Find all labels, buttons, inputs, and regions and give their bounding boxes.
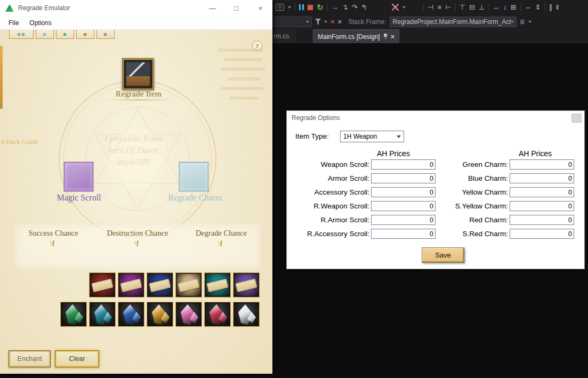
title-bar[interactable]: Regrade Emulator — □ × — [0, 0, 272, 16]
watch-icon[interactable]: ≣ — [520, 19, 525, 25]
enchant-button[interactable]: Enchant — [9, 350, 51, 367]
step-over-icon[interactable]: ↷ — [351, 4, 357, 11]
clear-button[interactable]: Clear — [55, 350, 99, 367]
restart-debug-icon[interactable]: ↻ — [317, 3, 324, 11]
regrade-item-slot[interactable] — [123, 59, 154, 90]
scroll-icon-blue[interactable] — [147, 273, 173, 297]
tab-partial-form[interactable]: rm.cs — [272, 29, 296, 43]
dropdown-caret-icon — [306, 21, 309, 23]
pin-icon[interactable] — [383, 34, 388, 39]
make-same-width-icon[interactable]: ↔ — [493, 4, 500, 11]
r-weapon-scroll-input[interactable] — [371, 201, 436, 211]
red-charm-input[interactable] — [510, 215, 574, 225]
scroll-icon-violet[interactable] — [233, 273, 259, 297]
make-same-height-icon[interactable]: ↕ — [503, 4, 507, 11]
close-icon[interactable]: × — [391, 33, 395, 40]
magic-scroll-slot[interactable] — [64, 162, 93, 191]
stop-debug-icon[interactable] — [308, 5, 313, 10]
game-tab-2[interactable]: ◆ — [36, 30, 54, 39]
intellitrace-icon[interactable] — [276, 4, 284, 11]
window-title: Regrade Options — [292, 114, 340, 122]
r-armor-scroll-input[interactable] — [371, 215, 436, 225]
send-to-back-icon[interactable]: ‖ — [556, 4, 559, 11]
charm-prices-column: Green Charm: Blue Charm: Yellow Charm: S… — [447, 159, 574, 239]
clear-filter-icon[interactable]: × — [331, 18, 335, 25]
item-type-combobox[interactable]: 1H Weapon — [340, 131, 404, 142]
menu-file[interactable]: File — [3, 19, 24, 27]
dropdown-caret-icon — [511, 21, 514, 23]
dropdown-caret-icon[interactable] — [402, 6, 406, 9]
scroll-icon-red[interactable] — [90, 273, 115, 297]
close-button[interactable]: × — [248, 0, 272, 16]
yellow-charm-label: Yellow Charm: — [447, 188, 508, 196]
ah-prices-header-left: AH Prices — [351, 149, 436, 158]
tab-mainform-design[interactable]: MainForm.cs [Design] × — [313, 29, 399, 43]
vertical-spacing-icon[interactable]: ⇕ — [535, 4, 541, 11]
s-yellow-charm-input[interactable] — [510, 201, 574, 211]
weapon-scroll-input[interactable] — [371, 159, 436, 170]
horizontal-spacing-icon[interactable]: ⇔ — [525, 4, 531, 11]
align-tops-icon[interactable]: ⊤ — [460, 4, 465, 11]
window-control-box[interactable] — [571, 114, 582, 123]
armor-scroll-input[interactable] — [371, 173, 436, 183]
accessory-scroll-input[interactable] — [371, 187, 436, 197]
chance-panel: Success Chance Destruction Chance Degrad… — [14, 223, 261, 269]
regrade-charm-slot[interactable] — [179, 162, 208, 191]
align-lefts-icon[interactable]: ⊣ — [428, 4, 433, 11]
minimize-button[interactable]: — — [200, 0, 224, 16]
faint-text-line — [224, 58, 262, 61]
show-next-statement-icon[interactable]: → — [332, 4, 339, 11]
crystal-icon-gold[interactable] — [147, 302, 173, 326]
price-row: Armor Scroll: — [292, 173, 436, 184]
maximize-button[interactable]: □ — [224, 0, 248, 16]
gem-icon: ◆ — [43, 32, 47, 37]
blue-charm-input[interactable] — [510, 173, 574, 183]
green-charm-input[interactable] — [510, 159, 574, 170]
scroll-icon-teal[interactable] — [205, 273, 230, 297]
blue-charm-label: Blue Charm: — [447, 174, 508, 182]
step-into-icon[interactable]: ↴ — [342, 4, 348, 11]
weapon-scroll-label: Weapon Scroll: — [292, 160, 369, 168]
toolbar-separator — [423, 3, 424, 11]
align-centers-icon[interactable]: ≡ — [438, 4, 442, 11]
background-strip — [0, 46, 3, 109]
align-rights-icon[interactable]: ⊢ — [445, 4, 451, 11]
menu-options[interactable]: Options — [24, 19, 57, 27]
step-out-icon[interactable]: ↰ — [361, 4, 367, 11]
crystal-icon-green[interactable] — [61, 302, 86, 326]
scroll-icon-tan[interactable] — [176, 273, 202, 297]
clear-icon[interactable]: × — [338, 18, 342, 25]
bring-to-front-icon[interactable]: ∥ — [549, 4, 552, 11]
stack-frame-value: RegradeProject.MainForm.MainForm_Act — [393, 18, 511, 26]
dropdown-caret-icon[interactable] — [528, 21, 531, 23]
crystal-icon-white[interactable] — [233, 302, 259, 326]
crystal-icon-red[interactable] — [205, 302, 230, 326]
filter-icon[interactable] — [315, 19, 321, 25]
crystal-icon-blue[interactable] — [118, 302, 144, 326]
regrade-emulator-window: Regrade Emulator — □ × File Options ◆◆ ◆… — [0, 0, 272, 374]
align-bottoms-icon[interactable]: ⊥ — [479, 4, 485, 11]
dropdown-caret-icon[interactable] — [288, 6, 291, 9]
crystal-icon-pink[interactable] — [176, 302, 202, 326]
destruction-chance-header: Destruction Chance — [92, 229, 183, 238]
game-tab-5[interactable]: ◆ — [96, 30, 115, 39]
scroll-icon-purple[interactable] — [118, 273, 144, 297]
align-middles-icon[interactable]: ⊟ — [469, 4, 475, 11]
crystal-icon-teal[interactable] — [90, 302, 115, 326]
s-red-charm-input[interactable] — [510, 229, 574, 239]
price-row: S.Yellow Charm: — [447, 200, 574, 212]
game-tab-3[interactable]: ◆ — [56, 30, 74, 39]
diagnostics-icon[interactable] — [392, 4, 399, 11]
stack-frame-combobox[interactable]: RegradeProject.MainForm.MainForm_Act — [390, 17, 517, 27]
regrade-options-window: Regrade Options Item Type: 1H Weapon AH … — [286, 110, 585, 269]
toolbar-separator — [295, 3, 295, 11]
game-tab-1[interactable]: ◆◆ — [9, 30, 34, 39]
save-button[interactable]: Save — [422, 247, 464, 263]
process-combobox[interactable] — [273, 17, 312, 27]
r-accessory-scroll-input[interactable] — [371, 229, 436, 239]
dropdown-caret-icon[interactable] — [324, 21, 327, 23]
game-tab-4[interactable]: ◆ — [76, 30, 94, 39]
yellow-charm-input[interactable] — [510, 187, 574, 197]
make-same-size-icon[interactable]: ⊞ — [511, 4, 517, 11]
pause-debug-icon[interactable] — [299, 4, 304, 10]
